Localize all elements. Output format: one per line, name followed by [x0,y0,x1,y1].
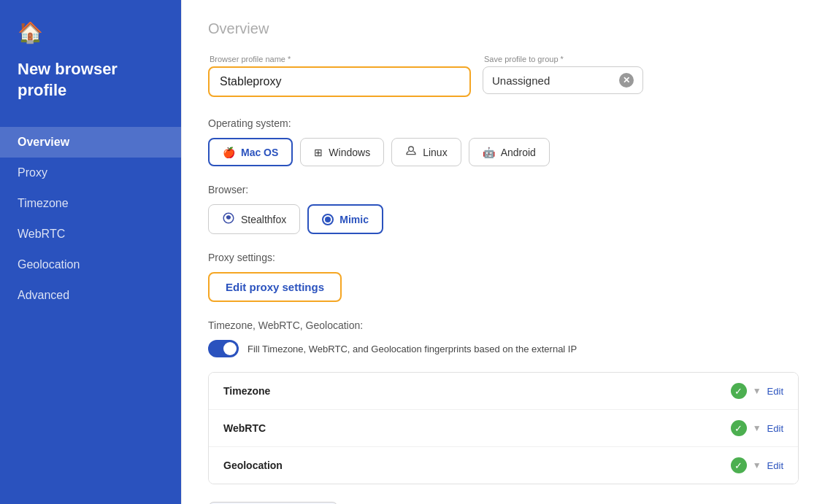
timezone-row-label: Timezone [223,385,731,397]
os-btn-windows[interactable]: ⊞ Windows [300,138,384,166]
geolocation-row-label: Geolocation [223,460,731,471]
os-btn-macos[interactable]: 🍎 Mac OS [208,138,293,166]
table-row: WebRTC ✓ ▼ Edit [209,410,798,447]
tz-webrtc-geo-section: Timezone, WebRTC, Geolocation: Fill Time… [208,319,799,357]
browser-buttons: Stealthfox Mimic [208,204,799,234]
browser-btn-stealthfox[interactable]: Stealthfox [208,204,300,234]
group-select[interactable]: Unassigned ✕ [483,66,643,94]
table-row: Geolocation ✓ ▼ Edit [209,447,798,484]
geolocation-check-icon: ✓ [731,457,747,473]
os-buttons: 🍎 Mac OS ⊞ Windows Linux 🤖 Android [208,138,799,166]
clear-group-icon[interactable]: ✕ [619,73,634,88]
linux-icon [405,145,417,159]
profile-name-group: Browser profile name * [208,55,471,97]
webrtc-row-label: WebRTC [223,422,731,434]
apple-icon: 🍎 [223,147,235,158]
os-btn-linux[interactable]: Linux [391,138,461,166]
settings-table: Timezone ✓ ▼ Edit WebRTC ✓ ▼ Edit Geoloc… [208,372,799,484]
mimic-radio-icon [322,214,334,225]
sidebar-item-timezone[interactable]: Timezone [0,188,181,219]
browser-section-label: Browser: [208,184,799,195]
svg-point-0 [409,147,414,152]
sidebar-item-geolocation[interactable]: Geolocation [0,249,181,280]
sidebar-home[interactable]: 🏠 [0,0,181,59]
tz-section-label: Timezone, WebRTC, Geolocation: [208,319,799,331]
geolocation-chevron-icon[interactable]: ▼ [753,460,761,470]
stealthfox-icon [222,212,235,227]
timezone-edit-link[interactable]: Edit [767,386,783,397]
timezone-row-actions: ✓ ▼ Edit [731,383,783,399]
geolocation-edit-link[interactable]: Edit [767,460,783,471]
sidebar-item-webrtc[interactable]: WebRTC [0,219,181,249]
os-section-label: Operating system: [208,117,799,129]
sidebar-nav: Overview Proxy Timezone WebRTC Geolocati… [0,121,181,317]
home-icon[interactable]: 🏠 [18,20,43,44]
fill-fingerprint-toggle[interactable] [208,340,239,357]
group-select-value: Unassigned [492,74,613,87]
edit-proxy-button[interactable]: Edit proxy settings [208,272,342,302]
webrtc-row-actions: ✓ ▼ Edit [731,420,783,436]
toggle-label-text: Fill Timezone, WebRTC, and Geolocation f… [248,344,577,354]
browser-btn-mimic[interactable]: Mimic [307,204,383,234]
toggle-row: Fill Timezone, WebRTC, and Geolocation f… [208,340,799,357]
top-fields: Browser profile name * Save profile to g… [208,55,799,97]
main-content: Overview Browser profile name * Save pro… [181,0,825,504]
android-icon: 🤖 [483,147,495,158]
webrtc-edit-link[interactable]: Edit [767,423,783,434]
sidebar-item-proxy[interactable]: Proxy [0,158,181,188]
windows-icon: ⊞ [314,147,323,158]
proxy-section-label: Proxy settings: [208,252,799,263]
sidebar-item-advanced[interactable]: Advanced [0,280,181,311]
table-row: Timezone ✓ ▼ Edit [209,373,798,410]
page-title: Overview [208,20,799,37]
os-btn-android[interactable]: 🤖 Android [469,138,550,166]
sidebar-title: New browser profile [0,59,181,121]
timezone-check-icon: ✓ [731,383,747,399]
sidebar: 🏠 New browser profile Overview Proxy Tim… [0,0,181,504]
group-label: Save profile to group * [483,55,643,63]
profile-name-label: Browser profile name * [208,55,471,63]
geolocation-row-actions: ✓ ▼ Edit [731,457,783,473]
timezone-chevron-icon[interactable]: ▼ [753,386,761,396]
sidebar-item-overview[interactable]: Overview [0,127,181,158]
webrtc-chevron-icon[interactable]: ▼ [753,423,761,433]
group-field-group: Save profile to group * Unassigned ✕ [483,55,643,97]
profile-name-input[interactable] [208,66,471,97]
proxy-section: Proxy settings: Edit proxy settings [208,252,799,302]
webrtc-check-icon: ✓ [731,420,747,436]
